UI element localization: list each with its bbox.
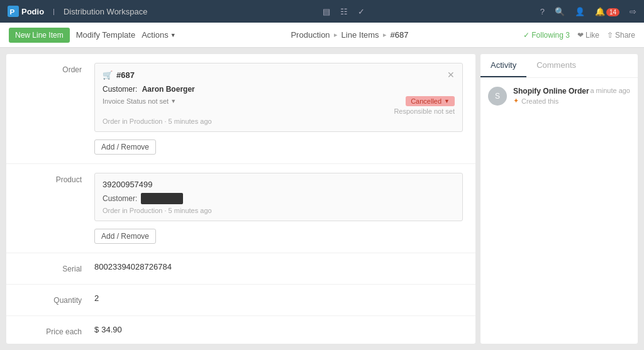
bell-badge: 14 — [606, 8, 619, 16]
activity-list: S Shopify Online Order a minute ago ✦ Cr… — [480, 78, 638, 114]
price-display: $ 34.90 — [94, 325, 463, 334]
serial-value: 80023394028726784 — [94, 262, 172, 271]
share-arrow-icon: ⇧ — [607, 31, 613, 40]
workspace-name: Distribution Workspace — [64, 7, 147, 16]
order-field-row: Order 🛒 #687 ✕ Customer: Aaron Boerger — [6, 54, 475, 164]
order-add-remove-button[interactable]: Add / Remove — [94, 139, 156, 155]
quantity-label: Quantity — [19, 293, 94, 305]
serial-field-value: 80023394028726784 — [94, 262, 463, 271]
check-icon[interactable]: ✓ — [358, 7, 365, 16]
product-customer-label: Customer: — [103, 194, 137, 203]
activity-item: S Shopify Online Order a minute ago ✦ Cr… — [488, 87, 630, 106]
modify-template-button[interactable]: Modify Template — [76, 30, 135, 40]
activity-time: a minute ago — [590, 87, 630, 94]
podio-wordmark: Podio — [21, 7, 44, 16]
activity-star-icon: ✦ — [513, 97, 519, 105]
tab-comments[interactable]: Comments — [526, 54, 586, 77]
share-button[interactable]: ⇧ Share — [607, 31, 635, 40]
heart-icon: ❤ — [577, 31, 584, 40]
like-label: Like — [586, 31, 599, 40]
invoice-status: Invoice Status not set ▼ — [103, 97, 176, 105]
toolbar-right: ✓ Following 3 ❤ Like ⇧ Share — [523, 31, 635, 40]
breadcrumb-sep-2: ▸ — [383, 31, 387, 39]
product-field-value: 39200957499 Customer: Order in Productio… — [94, 173, 463, 244]
price-field-row: Price each $ 34.90 — [6, 316, 475, 344]
search-icon[interactable]: 🔍 — [555, 7, 565, 16]
price-label: Price each — [19, 325, 94, 336]
invoice-status-text: Invoice Status not set — [103, 97, 169, 105]
right-panel: Activity Comments S Shopify Online Order… — [480, 54, 638, 344]
order-time: Order in Production · 5 minutes ago — [103, 118, 455, 125]
order-card-close-icon[interactable]: ✕ — [447, 70, 455, 80]
quantity-value: 2 — [94, 293, 99, 303]
order-meta: Customer: Aaron Boerger — [103, 85, 455, 94]
product-id: 39200957499 — [103, 180, 455, 189]
price-amount: 34.90 — [101, 325, 122, 334]
quantity-field-value: 2 — [94, 293, 463, 303]
serial-field-row: Serial 80023394028726784 — [6, 253, 475, 285]
price-field-value: $ 34.90 — [94, 325, 463, 334]
chart-icon[interactable]: ▤ — [323, 7, 330, 16]
breadcrumb-item-id: #687 — [391, 30, 409, 40]
quantity-field-row: Quantity 2 — [6, 285, 475, 316]
activity-sub-text: Created this — [521, 97, 558, 105]
cart-icon: 🛒 — [103, 70, 113, 80]
question-icon[interactable]: ? — [540, 7, 545, 16]
product-add-remove-button[interactable]: Add / Remove — [94, 229, 156, 244]
activity-tabs: Activity Comments — [480, 54, 638, 78]
actions-label: Actions — [142, 30, 169, 40]
customer-name: Aaron Boerger — [142, 85, 195, 94]
cancelled-text: Cancelled — [411, 97, 441, 105]
tab-activity[interactable]: Activity — [480, 54, 526, 77]
avatar-initials: S — [495, 92, 500, 101]
breadcrumb: Production ▸ Line Items ▸ #687 — [182, 30, 518, 40]
order-field-value: 🛒 #687 ✕ Customer: Aaron Boerger Invoice… — [94, 63, 463, 155]
following-button[interactable]: ✓ Following 3 — [523, 31, 570, 40]
following-label: Following 3 — [531, 31, 570, 40]
order-card-header: 🛒 #687 ✕ — [103, 70, 455, 80]
order-label: Order — [19, 63, 94, 74]
toolbar: New Line Item Modify Template Actions ▼ … — [0, 23, 644, 48]
grid-icon[interactable]: ☷ — [340, 7, 348, 16]
svg-text:P: P — [10, 8, 15, 16]
serial-label: Serial — [19, 262, 94, 273]
main-layout: Order 🛒 #687 ✕ Customer: Aaron Boerger — [0, 48, 644, 350]
activity-sub: ✦ Created this — [513, 97, 630, 105]
nav-icons: ▤ ☷ ✓ — [323, 7, 365, 16]
top-navigation: P Podio | Distribution Workspace ▤ ☷ ✓ ?… — [0, 0, 644, 23]
avatar: S — [488, 87, 507, 106]
product-time: Order in Production · 5 minutes ago — [103, 207, 455, 214]
product-field-row: Product 39200957499 Customer: Order in P… — [6, 164, 475, 253]
like-button[interactable]: ❤ Like — [577, 31, 599, 40]
following-icon: ✓ — [523, 31, 530, 40]
product-label: Product — [19, 173, 94, 184]
customer-prefix: Customer: — [103, 85, 137, 94]
price-currency: $ — [94, 325, 99, 334]
new-line-item-button[interactable]: New Line Item — [9, 28, 70, 43]
invoice-chevron-icon[interactable]: ▼ — [170, 98, 176, 104]
breadcrumb-production[interactable]: Production — [291, 30, 330, 40]
user-icon[interactable]: 👤 — [575, 7, 585, 16]
podio-logo: P Podio — [8, 6, 44, 17]
order-id: #687 — [116, 70, 135, 80]
breadcrumb-line-items[interactable]: Line Items — [341, 30, 379, 40]
left-panel: Order 🛒 #687 ✕ Customer: Aaron Boerger — [6, 54, 475, 344]
product-customer-redacted — [141, 193, 183, 204]
share-icon[interactable]: ⇨ — [630, 7, 636, 16]
product-customer: Customer: — [103, 193, 455, 204]
breadcrumb-sep-1: ▸ — [334, 31, 338, 39]
chevron-down-icon: ▼ — [170, 32, 176, 38]
share-label: Share — [615, 31, 635, 40]
cancelled-badge: Cancelled ▼ — [406, 96, 455, 106]
order-title: 🛒 #687 — [103, 70, 135, 80]
bell-icon[interactable]: 🔔14 — [595, 7, 619, 16]
order-status-row: Invoice Status not set ▼ Cancelled ▼ — [103, 96, 455, 106]
order-card: 🛒 #687 ✕ Customer: Aaron Boerger Invoice… — [94, 63, 463, 132]
responsible-text: Responsible not set — [394, 107, 455, 115]
activity-name: Shopify Online Order — [513, 87, 589, 96]
activity-content: Shopify Online Order a minute ago ✦ Crea… — [513, 87, 630, 105]
actions-button[interactable]: Actions ▼ — [142, 30, 176, 40]
nav-right: ? 🔍 👤 🔔14 ⇨ — [540, 7, 636, 16]
status-chevron-icon[interactable]: ▼ — [444, 98, 450, 104]
product-card: 39200957499 Customer: Order in Productio… — [94, 173, 463, 221]
